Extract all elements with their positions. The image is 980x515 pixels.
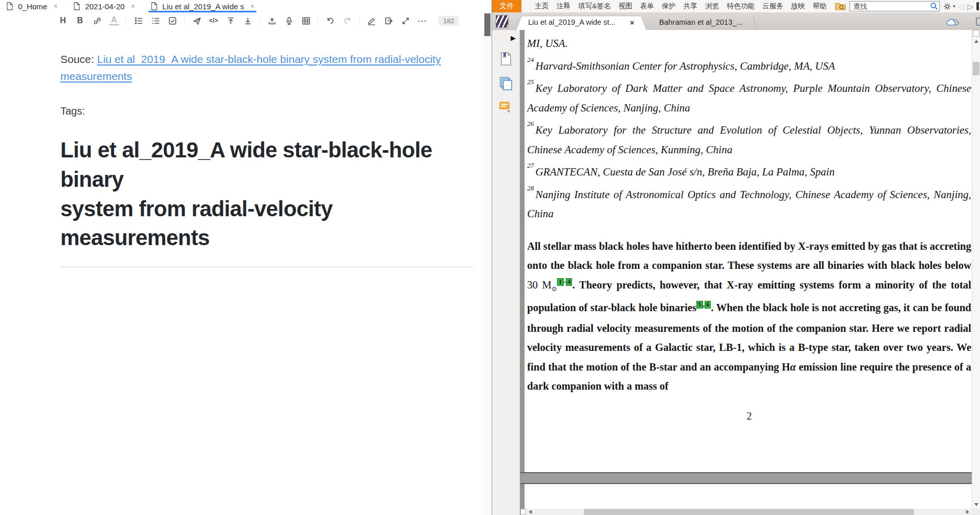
microphone-icon[interactable]	[284, 15, 294, 26]
source-link[interactable]: Liu et al_2019_A wide star-black-hole bi…	[60, 53, 441, 82]
menu-item-features[interactable]: 特色功能	[727, 2, 755, 11]
settings-control[interactable]: ▾	[943, 2, 955, 11]
menu-item-home[interactable]: 主页	[535, 2, 549, 11]
upload-icon[interactable]	[267, 15, 277, 26]
link-icon[interactable]	[92, 15, 102, 26]
note-title-line2: system from radial-velocity measurements	[60, 195, 474, 253]
menu-item-view[interactable]: 视图	[618, 2, 632, 11]
menu-item-share[interactable]: 共享	[683, 2, 697, 11]
more-icon[interactable]: ···	[417, 15, 428, 26]
menu-item-help[interactable]: 帮助	[813, 2, 827, 11]
search-icon[interactable]	[930, 2, 938, 10]
scroll-bottom-icon[interactable]	[242, 15, 253, 26]
file-icon	[73, 2, 80, 10]
gear-icon	[943, 2, 952, 11]
editor-tab-liu-paper[interactable]: Liu et al_2019_A wide s ×	[150, 0, 256, 12]
underline-icon[interactable]: A	[109, 16, 119, 25]
doc-tab-bahramian-paper[interactable]: Bahramian et al_2013_...	[647, 14, 755, 30]
heading-icon[interactable]: H	[58, 15, 68, 26]
close-icon[interactable]: ×	[54, 2, 58, 10]
export-icon[interactable]	[383, 15, 394, 26]
source-label: Souce:	[60, 53, 94, 65]
comments-panel-icon[interactable]	[498, 100, 514, 115]
pdf-menu-bar: 文件 主页 注释 填写&签名 视图 表单 保护 共享 浏览 特色功能 云服务 放…	[492, 0, 980, 12]
vertical-scrollbar-thumb[interactable]	[973, 62, 979, 75]
alpha-symbol: α	[790, 361, 796, 373]
editor-tab-bar: 0_Home × 2021-04-20 × Liu et al_2019_A w…	[0, 0, 492, 12]
cloud-sync-icon[interactable]	[946, 17, 959, 27]
affiliation-line: 27GRANTECAN, Cuesta de San José s/n, Bre…	[527, 159, 971, 182]
scroll-top-icon[interactable]	[225, 15, 236, 26]
pages-panel-icon[interactable]	[499, 76, 513, 90]
doc-tab-liu-paper[interactable]: Liu et al_2019_A wide st... ×	[516, 14, 647, 30]
bookmarks-panel-icon[interactable]	[499, 52, 513, 66]
nav-forward-icon[interactable]: ▷	[967, 3, 973, 10]
menu-item-comment[interactable]: 注释	[557, 2, 570, 11]
horizontal-scrollbar[interactable]	[520, 509, 972, 515]
menu-item-fill-sign[interactable]: 填写&签名	[578, 2, 611, 11]
citation-5-6: 5,6	[696, 302, 711, 313]
horizontal-scrollbar-thumb[interactable]	[584, 509, 914, 515]
toolbar-divider	[359, 16, 360, 25]
doc-tab-label: Liu et al_2019_A wide st...	[528, 18, 615, 26]
task-list-icon[interactable]	[167, 15, 177, 26]
menu-item-cloud[interactable]: 云服务	[762, 2, 783, 11]
affiliation-line: 28Nanjing Institute of Astronomical Opti…	[527, 182, 971, 224]
menu-item-protect[interactable]: 保护	[662, 2, 676, 11]
word-count-badge[interactable]: 182	[438, 16, 459, 26]
clipped-edge-icon	[976, 2, 979, 10]
citation-link[interactable]: 5	[696, 301, 703, 309]
citation-link[interactable]: 6	[705, 301, 711, 309]
folder-search-icon[interactable]	[835, 2, 846, 11]
source-line: Souce: Liu et al_2019_A wide star-black-…	[60, 51, 474, 85]
note-title-line1: Liu et al_2019_A wide star-black-hole bi…	[60, 136, 474, 194]
menu-item-browse[interactable]: 浏览	[705, 2, 719, 11]
nav-back-icon[interactable]: ◁	[958, 3, 965, 10]
citation-link[interactable]: 1	[557, 278, 563, 286]
pdf-menu-items: 主页 注释 填写&签名 视图 表单 保护 共享 浏览 特色功能 云服务 放映 帮…	[535, 2, 827, 11]
editor-tab-label: 0_Home	[18, 2, 47, 11]
expand-icon[interactable]	[400, 15, 411, 26]
send-icon[interactable]	[191, 15, 202, 26]
menu-item-form[interactable]: 表单	[640, 2, 654, 11]
citation-link[interactable]: 4	[566, 278, 572, 286]
toolbar-divider	[126, 16, 126, 25]
toolbar-divider	[318, 16, 318, 25]
find-input[interactable]	[850, 1, 940, 11]
redo-icon[interactable]	[342, 15, 352, 26]
pdf-reader-window: 文件 主页 注释 填写&签名 视图 表单 保护 共享 浏览 特色功能 云服务 放…	[492, 0, 980, 515]
editor-scrollbar[interactable]	[484, 12, 491, 515]
scroll-right-button[interactable]	[963, 509, 972, 515]
editor-content: Souce: Liu et al_2019_A wide star-black-…	[60, 51, 474, 267]
pencil-icon[interactable]	[366, 15, 377, 26]
close-icon[interactable]: ×	[131, 2, 135, 10]
viewport-margin	[520, 30, 525, 509]
pdf-left-rail: ▶	[492, 30, 520, 515]
menu-item-present[interactable]: 放映	[791, 2, 805, 11]
vertical-scrollbar[interactable]	[972, 30, 980, 509]
scrollbar-corner	[972, 509, 980, 515]
expand-panel-icon[interactable]: ▶	[511, 34, 516, 42]
bold-icon[interactable]: B	[75, 15, 85, 26]
table-icon[interactable]	[301, 15, 311, 26]
toolbar-divider	[259, 16, 260, 25]
scroll-down-button[interactable]	[973, 501, 979, 509]
affiliation-line: 24Harvard-Smithsonian Center for Astroph…	[527, 54, 971, 76]
ordered-list-icon[interactable]	[150, 15, 160, 26]
toolbar-divider	[184, 16, 185, 25]
scroll-up-button[interactable]	[973, 37, 979, 45]
scrollbar-splitter-handle[interactable]	[973, 30, 979, 37]
code-icon[interactable]: </>	[208, 15, 219, 26]
close-icon[interactable]: ×	[250, 2, 254, 10]
menu-file-tab[interactable]: 文件	[492, 0, 521, 12]
editor-scrollbar-thumb[interactable]	[484, 13, 491, 36]
down-arrow-icon	[974, 503, 978, 506]
undo-icon[interactable]	[325, 15, 335, 26]
editor-tab-daily-note[interactable]: 2021-04-20 ×	[72, 0, 136, 12]
bullet-list-icon[interactable]	[133, 15, 143, 26]
scrollbar-splitter-handle[interactable]	[520, 509, 526, 515]
close-icon[interactable]: ×	[630, 18, 634, 27]
editor-tab-home[interactable]: 0_Home ×	[5, 0, 59, 12]
scroll-left-button[interactable]	[526, 509, 534, 515]
left-arrow-icon	[529, 510, 532, 514]
